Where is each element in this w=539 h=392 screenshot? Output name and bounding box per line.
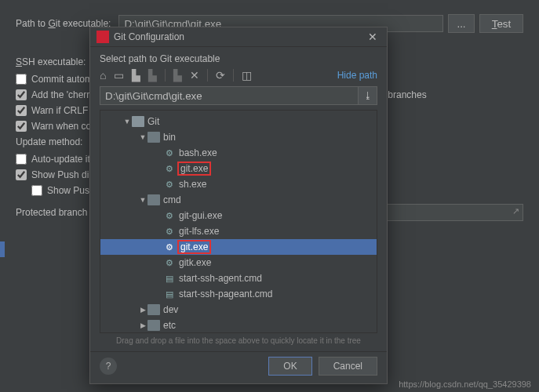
dialog-path-input[interactable] bbox=[100, 86, 359, 105]
exe-icon: ⚙ bbox=[163, 163, 176, 174]
help-button[interactable]: ? bbox=[100, 358, 117, 375]
history-icon[interactable]: ⭳ bbox=[359, 86, 377, 105]
show-hidden-icon[interactable]: ◫ bbox=[242, 69, 252, 82]
tree-bin[interactable]: bin bbox=[163, 132, 176, 143]
folder-icon bbox=[147, 194, 160, 205]
tree-git[interactable]: Git bbox=[147, 116, 159, 127]
commit-auto-label: Commit autom bbox=[31, 74, 93, 85]
warnco-label: Warn when co bbox=[31, 121, 91, 132]
folder-icon bbox=[132, 116, 144, 127]
exe-icon: ⚙ bbox=[163, 226, 176, 237]
pushdia-label: Show Push dia bbox=[31, 169, 94, 180]
project-icon[interactable]: ▙ bbox=[132, 69, 140, 82]
exe-icon: ⚙ bbox=[163, 179, 176, 190]
cancel-button[interactable]: Cancel bbox=[319, 357, 377, 376]
tree-cmd[interactable]: cmd bbox=[163, 194, 181, 205]
file-tree[interactable]: Git bin ⚙bash.exe ⚙git.exe ⚙sh.exe cmd ⚙… bbox=[100, 110, 377, 333]
autoupdate-check[interactable] bbox=[16, 154, 27, 165]
file-icon: ▤ bbox=[163, 289, 176, 299]
tree-gitgui[interactable]: git-gui.exe bbox=[179, 210, 222, 221]
exe-icon: ⚙ bbox=[163, 210, 176, 221]
protected-label: Protected branch bbox=[16, 207, 87, 218]
module-icon[interactable]: ▙ bbox=[148, 69, 157, 82]
tree-etc[interactable]: etc bbox=[163, 320, 176, 331]
drag-hint: Drag and drop a file into the space abov… bbox=[90, 333, 387, 351]
toolbar-sep2 bbox=[207, 69, 208, 82]
tree-bash[interactable]: bash.exe bbox=[179, 147, 217, 158]
dialog-subtitle: Select path to Git executable bbox=[90, 47, 387, 69]
toolbar-sep3 bbox=[233, 69, 234, 82]
cherry-check[interactable] bbox=[16, 89, 27, 100]
tree-git-bin[interactable]: git.exe bbox=[177, 162, 211, 176]
dialog-titlebar: Git Configuration ✕ bbox=[90, 27, 387, 47]
dialog-title: Git Configuration bbox=[114, 31, 365, 42]
ssh-exec-label: SSH executable: bbox=[16, 56, 86, 67]
crlf-label: Warn if CRLF li bbox=[31, 105, 95, 116]
tree-gitk[interactable]: gitk.exe bbox=[179, 257, 211, 268]
exe-icon: ⚙ bbox=[163, 241, 176, 252]
pushdia-check[interactable] bbox=[16, 169, 27, 180]
exe-icon: ⚙ bbox=[163, 257, 176, 268]
tree-dev[interactable]: dev bbox=[163, 304, 178, 315]
tree-sh[interactable]: sh.exe bbox=[179, 179, 206, 190]
desktop-icon[interactable]: ▭ bbox=[114, 69, 124, 82]
file-toolbar: ⌂ ▭ ▙ ▙ ▙ ✕ ⟳ ◫ Hide path bbox=[90, 69, 387, 86]
folder-icon bbox=[147, 320, 160, 331]
folder-icon bbox=[147, 132, 160, 143]
home-icon[interactable]: ⌂ bbox=[100, 69, 106, 82]
refresh-icon[interactable]: ⟳ bbox=[216, 69, 225, 82]
test-button[interactable]: Test bbox=[479, 14, 523, 33]
toolbar-sep bbox=[165, 69, 166, 82]
autoupdate-label: Auto-update it bbox=[31, 154, 90, 165]
ok-button[interactable]: OK bbox=[268, 357, 311, 376]
crlf-check[interactable] bbox=[16, 105, 27, 116]
app-icon bbox=[97, 31, 109, 43]
browse-button[interactable]: ... bbox=[448, 14, 475, 33]
showpush-label: Show Push bbox=[47, 185, 95, 196]
close-icon[interactable]: ✕ bbox=[365, 31, 381, 43]
new-folder-icon[interactable]: ▙ bbox=[173, 69, 182, 82]
cherry-label: Add the 'cherr bbox=[31, 89, 89, 100]
update-method-label: Update method: bbox=[16, 136, 82, 147]
warnco-check[interactable] bbox=[16, 121, 27, 132]
tree-startsshp[interactable]: start-ssh-pageant.cmd bbox=[179, 289, 272, 299]
git-config-dialog: Git Configuration ✕ Select path to Git e… bbox=[89, 27, 388, 384]
cherry-tail: branches bbox=[388, 89, 426, 100]
commit-auto-check[interactable] bbox=[16, 74, 27, 85]
watermark: https://blog.csdn.net/qq_35429398 bbox=[399, 379, 531, 389]
delete-icon[interactable]: ✕ bbox=[190, 69, 199, 82]
folder-icon bbox=[147, 304, 160, 315]
tree-startssh[interactable]: start-ssh-agent.cmd bbox=[179, 273, 262, 284]
exe-icon: ⚙ bbox=[163, 147, 176, 158]
hide-path-link[interactable]: Hide path bbox=[337, 70, 377, 81]
file-icon: ▤ bbox=[163, 273, 176, 284]
tree-gitlfs[interactable]: git-lfs.exe bbox=[179, 226, 219, 237]
showpush-check[interactable] bbox=[31, 185, 42, 196]
tree-git-cmd[interactable]: git.exe bbox=[177, 240, 211, 254]
left-accent bbox=[0, 241, 5, 257]
